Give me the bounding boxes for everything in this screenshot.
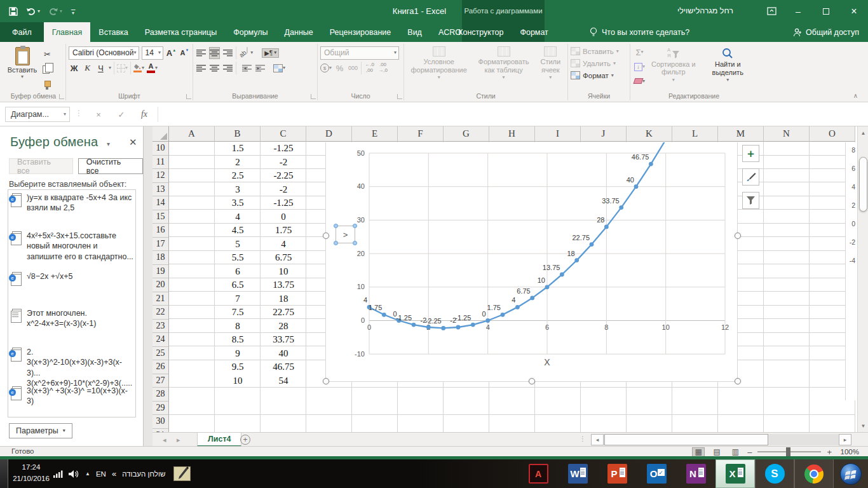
taskbar-app-skype[interactable]: S [755,459,794,488]
tab-формулы[interactable]: Формулы [225,22,276,42]
insert-cells-button[interactable]: Вставить▾ [571,45,627,57]
notes-toolbar-icon[interactable] [173,466,191,481]
number-dialog-launcher[interactable] [397,94,402,99]
redo-button[interactable]: ▾ [48,7,62,15]
decrease-indent-icon[interactable]: ◂ [239,62,250,74]
taskbar-app-onenote[interactable]: N [676,459,715,488]
row-header-17[interactable]: 17 [153,238,169,252]
tab-вид[interactable]: Вид [399,22,430,42]
cell-B25[interactable]: 9 [215,347,261,361]
insert-function-icon[interactable]: fx [136,107,153,122]
alignment-dialog-launcher[interactable] [311,94,316,99]
cell-C23[interactable]: 28 [261,320,306,334]
underline-button[interactable]: Ч [95,62,106,74]
scroll-left-icon[interactable]: ◂ [591,434,604,445]
row-header-15[interactable]: 15 [153,210,169,224]
copy-icon[interactable]: ▾ [42,64,53,76]
tell-me-box[interactable]: Что вы хотите сделать? [590,22,689,42]
language-indicator[interactable]: EN [96,470,106,478]
cell-C20[interactable]: 13.75 [261,278,306,292]
zoom-level[interactable]: 100% [837,448,859,456]
align-center-icon[interactable] [209,62,220,74]
row-header-30[interactable]: 30 [153,415,169,429]
reading-order-icon[interactable]: ▶¶▾ [262,48,279,58]
cell-C15[interactable]: 0 [261,210,306,224]
cell-B19[interactable]: 6 [215,265,261,279]
orientation-icon[interactable]: ab⟋▾ [239,47,253,59]
clipboard-item[interactable]: Этот многочлен. x^2-4x+3=(x-3)(x-1) [12,308,134,329]
confirm-entry-icon[interactable]: ✓ [113,107,130,122]
grow-font-icon[interactable]: A▲ [166,47,177,59]
clipboard-item[interactable]: 3(x+3)^ +3(x-3)^ =10(x+3)(x-3) [12,386,134,407]
cell-B10[interactable]: 1.5 [215,142,261,156]
select-all-corner[interactable] [153,126,169,142]
font-size-combo[interactable]: 14▾ [142,46,163,60]
column-header-N[interactable]: N [764,126,810,142]
cell-B11[interactable]: 2 [215,156,261,170]
tab-вставка[interactable]: Вставка [90,22,136,42]
prev-sheet-icon[interactable]: ◂ [163,433,166,447]
column-header-D[interactable]: D [306,126,352,142]
scroll-right-icon[interactable]: ▸ [839,434,851,445]
row-header-27[interactable]: 27 [153,374,169,388]
tab-конструктор[interactable]: Конструктор [450,22,512,42]
scroll-down-icon[interactable]: ▼ [858,419,868,432]
taskbar-app-acrobat[interactable]: A [519,459,558,488]
tab-рецензирование[interactable]: Рецензирование [322,22,400,42]
sheet-tab-active[interactable]: Лист4 [197,433,241,447]
tab-данные[interactable]: Данные [276,22,322,42]
row-header-13[interactable]: 13 [153,183,169,197]
row-header-24[interactable]: 24 [153,333,169,347]
row-header-28[interactable]: 28 [153,388,169,402]
cell-B23[interactable]: 8 [215,320,261,334]
column-header-E[interactable]: E [352,126,398,142]
autosum-icon[interactable]: Σ▾ [634,46,645,58]
cell-C22[interactable]: 22.75 [261,306,306,320]
taskbar-app-windows-start[interactable] [834,459,868,488]
column-header-J[interactable]: J [581,126,627,142]
tab-главная[interactable]: Главная [44,22,91,42]
options-button[interactable]: Параметры▾ [9,423,72,438]
cell-B21[interactable]: 7 [215,292,261,306]
increase-decimal-icon[interactable]: ←.0,00 [364,62,375,74]
chart-elements-button[interactable]: ＋ [742,145,759,162]
hidden-icons-chevron[interactable]: ▲ [85,471,90,477]
cell-B17[interactable]: 5 [215,238,261,252]
chart-styles-button[interactable] [742,168,759,186]
selection-handle[interactable] [353,241,357,245]
bold-button[interactable]: Ж [69,62,79,74]
zoom-in-icon[interactable]: + [827,447,832,457]
selection-handle[interactable] [353,224,357,228]
cut-icon[interactable]: ✂ [42,48,53,60]
align-middle-icon[interactable] [209,47,220,59]
percent-style-button[interactable]: % [334,62,345,74]
column-header-F[interactable]: F [398,126,444,142]
save-icon[interactable] [9,7,18,16]
row-header-18[interactable]: 18 [153,251,169,265]
paste-button[interactable]: Вставить ▾ [4,45,41,94]
number-format-combo[interactable]: Общий▾ [320,46,399,60]
column-header-K[interactable]: K [627,126,672,142]
row-header-10[interactable]: 10 [153,142,169,156]
cell-B22[interactable]: 7.5 [215,306,261,320]
align-left-icon[interactable] [196,62,207,74]
row-header-29[interactable]: 29 [153,402,169,416]
clipboard-dialog-launcher[interactable] [59,94,64,99]
row-header-19[interactable]: 19 [153,265,169,279]
format-painter-icon[interactable] [42,79,53,91]
decrease-decimal-icon[interactable]: .00→,0 [377,62,388,74]
column-header-C[interactable]: C [261,126,306,142]
close-button[interactable]: × [840,0,868,22]
font-dialog-launcher[interactable] [186,94,191,99]
column-header-G[interactable]: G [444,126,489,142]
chart-resize-handle-right[interactable] [735,233,741,239]
chart-resize-handle-bottom-right[interactable] [735,378,741,384]
signed-in-user[interactable]: רחל מגרהלישוילי [677,0,733,22]
zoom-slider[interactable] [757,451,821,452]
scroll-up-icon[interactable]: ▲ [858,126,868,139]
row-header-21[interactable]: 21 [153,292,169,306]
clear-icon[interactable]: ▾ [634,75,645,87]
cell-B14[interactable]: 3.5 [215,196,261,210]
cell-C17[interactable]: 4 [261,238,306,252]
selected-axis-title-box[interactable]: > [336,226,355,243]
